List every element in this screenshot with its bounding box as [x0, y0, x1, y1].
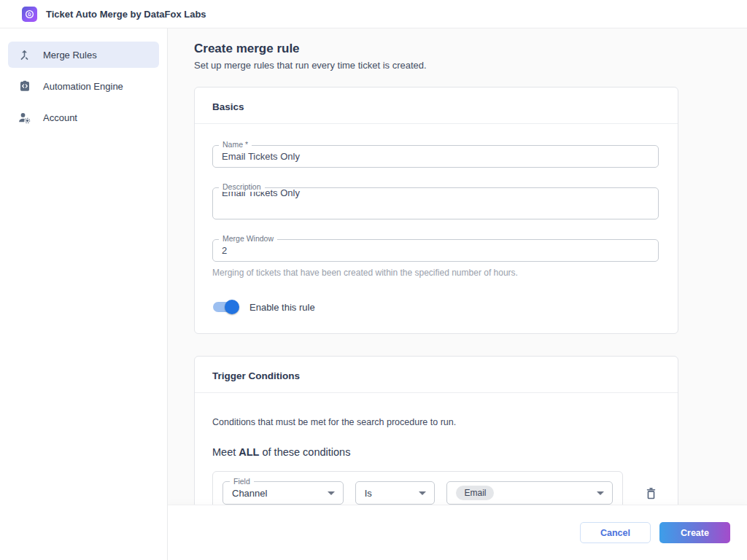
condition-field-label: Field — [230, 477, 254, 486]
page-subtitle: Set up merge rules that run every time t… — [194, 60, 747, 71]
basics-card-title: Basics — [212, 101, 660, 112]
page-title: Create merge rule — [194, 42, 747, 56]
description-input[interactable]: Email Tickets Only — [212, 187, 659, 219]
description-field-wrapper: Description Email Tickets Only — [212, 187, 659, 219]
chevron-down-icon — [328, 491, 335, 495]
trash-icon — [643, 486, 659, 501]
sidebar: Merge Rules Automation Engine — [0, 28, 168, 560]
description-field-label: Description — [219, 182, 265, 192]
merge-window-input[interactable] — [212, 239, 659, 262]
basics-card-header: Basics — [195, 88, 678, 124]
trigger-card-header: Trigger Conditions — [195, 357, 678, 393]
meet-conditions-line: Meet ALL of these conditions — [212, 446, 659, 458]
name-field-wrapper: Name * — [212, 145, 659, 168]
main-area: Create merge rule Set up merge rules tha… — [168, 28, 747, 560]
trigger-description: Conditions that must be met for the sear… — [212, 417, 659, 427]
merge-icon — [18, 48, 31, 62]
app-logo-icon — [22, 7, 37, 22]
app-bar: Ticket Auto Merge by DataFox Labs — [0, 0, 747, 28]
sidebar-item-label: Account — [43, 112, 77, 123]
sidebar-item-account[interactable]: Account — [8, 104, 159, 131]
cancel-button[interactable]: Cancel — [580, 522, 651, 543]
trigger-card-title: Trigger Conditions — [212, 370, 660, 381]
condition-field-value: Channel — [232, 488, 267, 499]
app-title: Ticket Auto Merge by DataFox Labs — [46, 9, 206, 20]
merge-window-field-wrapper: Merge Window — [212, 239, 659, 262]
sidebar-item-merge-rules[interactable]: Merge Rules — [8, 42, 159, 68]
sidebar-item-label: Automation Engine — [43, 81, 123, 92]
chevron-down-icon — [597, 491, 604, 495]
merge-window-field-label: Merge Window — [219, 234, 277, 244]
manage-accounts-icon — [18, 111, 31, 125]
delete-condition-button[interactable] — [642, 484, 660, 502]
toggle-thumb — [225, 300, 239, 314]
sidebar-item-automation-engine[interactable]: Automation Engine — [8, 73, 159, 99]
condition-value-select[interactable]: Email — [446, 481, 613, 505]
chevron-down-icon — [419, 491, 426, 495]
enable-rule-label: Enable this rule — [249, 302, 315, 313]
name-input[interactable] — [212, 145, 659, 168]
merge-window-helper-text: Merging of tickets that have been create… — [212, 268, 659, 278]
enable-rule-toggle[interactable] — [212, 300, 239, 314]
condition-operator-select[interactable]: Is — [355, 481, 436, 505]
footer-action-bar: Cancel Create — [168, 505, 747, 560]
condition-field-select[interactable]: Field Channel — [222, 481, 344, 505]
create-button[interactable]: Create — [659, 522, 730, 543]
name-field-label: Name * — [219, 140, 252, 149]
integration-code-icon — [18, 79, 31, 93]
condition-value-chip: Email — [456, 486, 494, 500]
basics-card: Basics Name * Description Email Tickets … — [194, 87, 678, 334]
meet-all-keyword: ALL — [239, 446, 259, 458]
condition-operator-value: Is — [365, 488, 372, 499]
sidebar-item-label: Merge Rules — [43, 50, 97, 61]
